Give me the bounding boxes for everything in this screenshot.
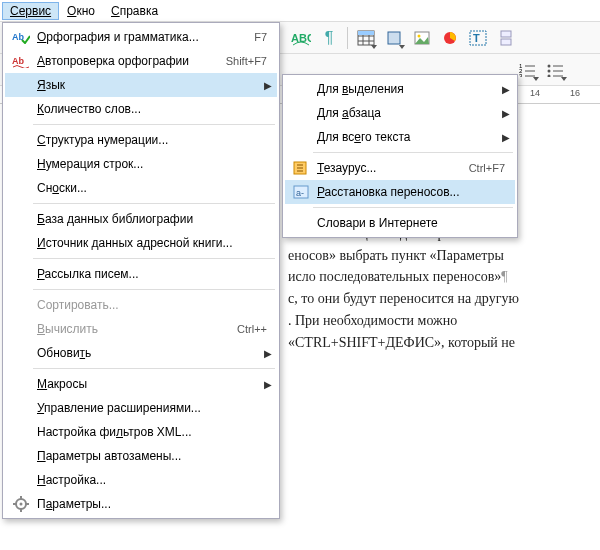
menu-item-outline[interactable]: Структура нумерации... — [5, 128, 277, 152]
menu-item-sort: Сортировать... — [5, 293, 277, 317]
submenu-arrow-icon: ▶ — [501, 132, 511, 143]
thesaurus-icon — [289, 158, 313, 178]
hyphenation-icon: a- — [289, 182, 313, 202]
svg-rect-13 — [501, 31, 511, 37]
menu-service[interactable]: Сервис — [2, 2, 59, 20]
svg-point-23 — [548, 74, 551, 77]
menu-item-calc: Вычислить Ctrl++ — [5, 317, 277, 341]
menu-label: Рассылка писем... — [33, 267, 273, 281]
toolbar-separator — [347, 27, 348, 49]
menu-label: Макросы — [33, 377, 263, 391]
menu-help[interactable]: Справка — [103, 2, 166, 20]
doc-text: с, то они будут переносится на другую — [288, 291, 519, 306]
pilcrow-button[interactable]: ¶ — [316, 25, 342, 51]
svg-rect-6 — [358, 31, 374, 35]
doc-text: «CTRL+SHIFT+ДЕФИС», который не — [288, 335, 515, 350]
menu-separator — [33, 289, 275, 290]
menu-item-spelling[interactable]: Ab Орфография и грамматика... F7 — [5, 25, 277, 49]
menu-item-autospell[interactable]: Ab Автопроверка орфографии Shift+F7 — [5, 49, 277, 73]
menu-item-language[interactable]: Язык ▶ — [5, 73, 277, 97]
menu-label: Для выделения — [313, 82, 501, 96]
menu-separator — [33, 203, 275, 204]
submenu-item-selection[interactable]: Для выделения ▶ — [285, 77, 515, 101]
chart-button[interactable] — [437, 25, 463, 51]
language-submenu: Для выделения ▶ Для абзаца ▶ Для всего т… — [282, 74, 518, 238]
menu-label: Нумерация строк... — [33, 157, 273, 171]
ruler-tick: 14 — [530, 88, 540, 98]
menu-accel: Ctrl+F7 — [469, 162, 511, 174]
menu-label: Параметры автозамены... — [33, 449, 273, 463]
menu-item-options[interactable]: Параметры... — [5, 492, 277, 516]
submenu-arrow-icon: ▶ — [263, 80, 273, 91]
submenu-item-dictionaries[interactable]: Словари в Интернете — [285, 211, 515, 235]
menu-item-customize[interactable]: Настройка... — [5, 468, 277, 492]
page-break-button[interactable] — [493, 25, 519, 51]
svg-point-22 — [548, 69, 551, 72]
menu-accel: Shift+F7 — [226, 55, 273, 67]
menu-separator — [33, 258, 275, 259]
menu-label: Настройка фильтров XML... — [33, 425, 273, 439]
menu-label: Настройка... — [33, 473, 273, 487]
menu-label: База данных библиографии — [33, 212, 273, 226]
menu-window[interactable]: Окно — [59, 2, 103, 20]
menu-label: Сортировать... — [33, 298, 273, 312]
svg-point-21 — [548, 64, 551, 67]
menu-label: Управление расширениями... — [33, 401, 273, 415]
menu-separator — [313, 152, 513, 153]
menu-label: Сноски... — [33, 181, 273, 195]
spellcheck-button[interactable]: ABC — [288, 25, 314, 51]
numbered-list-button[interactable]: 123 — [515, 57, 541, 83]
menu-item-biblio[interactable]: База данных библиографии — [5, 207, 277, 231]
svg-point-30 — [20, 503, 23, 506]
menu-label: Параметры... — [33, 497, 273, 511]
svg-point-9 — [418, 34, 421, 37]
menu-label: Количество слов... — [33, 102, 273, 116]
menu-label: Словари в Интернете — [313, 216, 511, 230]
menu-item-autocorrect[interactable]: Параметры автозамены... — [5, 444, 277, 468]
submenu-arrow-icon: ▶ — [263, 348, 273, 359]
menu-item-xml[interactable]: Настройка фильтров XML... — [5, 420, 277, 444]
doc-text: еносов» выбрать пункт «Параметры — [288, 248, 504, 263]
submenu-item-alltext[interactable]: Для всего текста ▶ — [285, 125, 515, 149]
menu-item-footnotes[interactable]: Сноски... — [5, 176, 277, 200]
gear-icon — [9, 494, 33, 514]
svg-rect-7 — [388, 32, 400, 44]
svg-text:T: T — [473, 32, 480, 44]
submenu-item-paragraph[interactable]: Для абзаца ▶ — [285, 101, 515, 125]
menu-separator — [33, 368, 275, 369]
insert-image-button[interactable] — [409, 25, 435, 51]
submenu-arrow-icon: ▶ — [501, 84, 511, 95]
menu-label: Язык — [33, 78, 263, 92]
insert-object-button[interactable] — [381, 25, 407, 51]
blank-icon — [9, 75, 33, 95]
text-frame-button[interactable]: T — [465, 25, 491, 51]
submenu-item-thesaurus[interactable]: Тезаурус... Ctrl+F7 — [285, 156, 515, 180]
menu-accel: F7 — [254, 31, 273, 43]
service-menu: Ab Орфография и грамматика... F7 Ab Авто… — [2, 22, 280, 519]
menu-item-extensions[interactable]: Управление расширениями... — [5, 396, 277, 420]
menu-label: Для абзаца — [313, 106, 501, 120]
svg-text:3: 3 — [519, 73, 523, 77]
menu-label: Расстановка переносов... — [313, 185, 511, 199]
menu-item-linenum[interactable]: Нумерация строк... — [5, 152, 277, 176]
menu-item-wordcount[interactable]: Количество слов... — [5, 97, 277, 121]
menu-label: Тезаурус... — [313, 161, 469, 175]
menu-item-addrbook[interactable]: Источник данных адресной книги... — [5, 231, 277, 255]
svg-text:a-: a- — [296, 188, 304, 198]
table-insert-button[interactable] — [353, 25, 379, 51]
menu-label: Источник данных адресной книги... — [33, 236, 273, 250]
svg-text:Ab: Ab — [12, 56, 24, 66]
submenu-item-hyphenation[interactable]: a- Расстановка переносов... — [285, 180, 515, 204]
bullet-list-button[interactable] — [543, 57, 569, 83]
menu-item-update[interactable]: Обновить ▶ — [5, 341, 277, 365]
menu-item-mailmerge[interactable]: Рассылка писем... — [5, 262, 277, 286]
spellcheck-icon: Ab — [9, 27, 33, 47]
svg-rect-14 — [501, 39, 511, 45]
menu-accel: Ctrl++ — [237, 323, 273, 335]
menu-item-macros[interactable]: Макросы ▶ — [5, 372, 277, 396]
autospell-icon: Ab — [9, 51, 33, 71]
menu-label: Автопроверка орфографии — [33, 54, 226, 68]
doc-text: . При необходимости можно — [288, 313, 457, 328]
submenu-arrow-icon: ▶ — [501, 108, 511, 119]
doc-text: исло последовательных переносов» — [288, 269, 501, 284]
